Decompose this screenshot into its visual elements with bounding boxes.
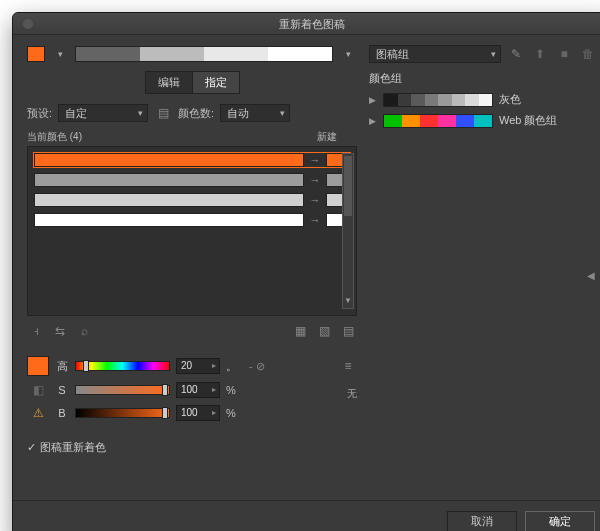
- tab-assign[interactable]: 指定: [193, 71, 240, 94]
- color-count-label: 颜色数:: [178, 106, 214, 121]
- left-panel: ▾ ▾ 编辑 指定 预设: 自定 ▤ 颜色数: 自动 当前颜色 (4) 新建: [27, 45, 357, 495]
- artwork-colors-bar[interactable]: [75, 46, 333, 62]
- bri-unit: %: [226, 407, 236, 419]
- preset-options-icon[interactable]: ▤: [154, 104, 172, 122]
- warning-icon[interactable]: ⚠: [27, 404, 49, 422]
- preset-label: 预设:: [27, 106, 52, 121]
- window-close-dot[interactable]: [23, 19, 33, 29]
- tool-find-icon[interactable]: ⌕: [75, 322, 93, 340]
- group-dropdown[interactable]: 图稿组: [369, 45, 501, 63]
- window-title: 重新着色图稿: [279, 18, 345, 30]
- color-groups-header: 颜色组: [369, 71, 597, 86]
- group-swatch-grey: [383, 93, 493, 107]
- current-color-bar[interactable]: [34, 173, 304, 187]
- group-swatch-web: [383, 114, 493, 128]
- color-row[interactable]: →: [34, 213, 350, 227]
- scroll-down-icon[interactable]: ▼: [343, 296, 353, 308]
- chevron-down-icon[interactable]: ▾: [51, 45, 69, 63]
- new-colors-label: 新建: [317, 130, 337, 144]
- current-colors-label: 当前颜色 (4): [27, 130, 82, 144]
- sat-unit: %: [226, 384, 236, 396]
- color-row[interactable]: →: [34, 173, 350, 187]
- color-group-item[interactable]: ▶ Web 颜色组: [369, 113, 597, 128]
- slider-menu-icon[interactable]: ≡: [339, 357, 357, 375]
- convert-icon[interactable]: ◧: [27, 381, 49, 399]
- tool-newrow-icon[interactable]: ▦: [291, 322, 309, 340]
- color-table-scrollbar[interactable]: ▲ ▼: [342, 153, 354, 309]
- current-color-bar[interactable]: [34, 153, 304, 167]
- brightness-slider[interactable]: [75, 408, 170, 418]
- group-label: 灰色: [499, 92, 521, 107]
- arrow-right-icon[interactable]: →: [308, 214, 322, 226]
- base-color-swatch[interactable]: [27, 46, 45, 62]
- preset-dropdown[interactable]: 自定: [58, 104, 148, 122]
- tool-sort-icon[interactable]: ⇆: [51, 322, 69, 340]
- tab-edit[interactable]: 编辑: [145, 71, 193, 94]
- color-group-item[interactable]: ▶ 灰色: [369, 92, 597, 107]
- brightness-field[interactable]: 100: [176, 405, 220, 421]
- saturation-label: S: [55, 384, 69, 396]
- ok-button[interactable]: 确定: [525, 511, 595, 532]
- active-color-swatch[interactable]: [27, 356, 49, 376]
- tool-random-icon[interactable]: ▧: [315, 322, 333, 340]
- saturation-field[interactable]: 100: [176, 382, 220, 398]
- hue-label: 高: [55, 359, 69, 374]
- hue-globaltoggle[interactable]: - ⊘: [249, 360, 265, 373]
- saturation-slider[interactable]: [75, 385, 170, 395]
- tool-merge-icon[interactable]: ⫞: [27, 322, 45, 340]
- recolor-dialog: 重新着色图稿 ▾ ▾ 编辑 指定 预设: 自定 ▤ 颜色数: 自动: [12, 12, 600, 531]
- mode-tabs: 编辑 指定: [27, 71, 357, 94]
- arrow-right-icon[interactable]: →: [308, 194, 322, 206]
- folder-icon: ■: [555, 45, 573, 63]
- right-panel: 图稿组 ✎ ⬆ ■ 🗑 颜色组 ▶ 灰色 ▶ Web 颜色组 ◀: [369, 45, 597, 495]
- recolor-artwork-checkbox[interactable]: ✓ 图稿重新着色: [27, 440, 357, 455]
- color-count-dropdown[interactable]: 自动: [220, 104, 290, 122]
- upload-icon: ⬆: [531, 45, 549, 63]
- hue-field[interactable]: 20: [176, 358, 220, 374]
- titlebar[interactable]: 重新着色图稿: [13, 13, 600, 35]
- color-table: → → → → ▲: [27, 146, 357, 316]
- chevron-down-icon[interactable]: ▾: [339, 45, 357, 63]
- current-color-bar[interactable]: [34, 193, 304, 207]
- group-label: Web 颜色组: [499, 113, 557, 128]
- brightness-label: B: [55, 407, 69, 419]
- checkbox-label: 图稿重新着色: [40, 440, 106, 455]
- scroll-thumb[interactable]: [344, 156, 352, 216]
- disclosure-triangle-icon[interactable]: ▶: [369, 116, 377, 126]
- current-color-bar[interactable]: [34, 213, 304, 227]
- hue-unit: 。: [226, 359, 237, 374]
- trash-icon: 🗑: [579, 45, 597, 63]
- dialog-footer: 取消 确定: [13, 500, 600, 531]
- arrow-right-icon[interactable]: →: [308, 154, 322, 166]
- cancel-button[interactable]: 取消: [447, 511, 517, 532]
- tool-swatch-icon[interactable]: ▤: [339, 322, 357, 340]
- arrow-right-icon[interactable]: →: [308, 174, 322, 186]
- eyedropper-icon[interactable]: ✎: [507, 45, 525, 63]
- color-row[interactable]: →: [34, 193, 350, 207]
- check-icon: ✓: [27, 441, 36, 454]
- hue-slider[interactable]: [75, 361, 170, 371]
- none-label: 无: [347, 387, 357, 401]
- expand-panel-icon[interactable]: ◀: [587, 270, 595, 281]
- disclosure-triangle-icon[interactable]: ▶: [369, 95, 377, 105]
- color-row[interactable]: →: [34, 153, 350, 167]
